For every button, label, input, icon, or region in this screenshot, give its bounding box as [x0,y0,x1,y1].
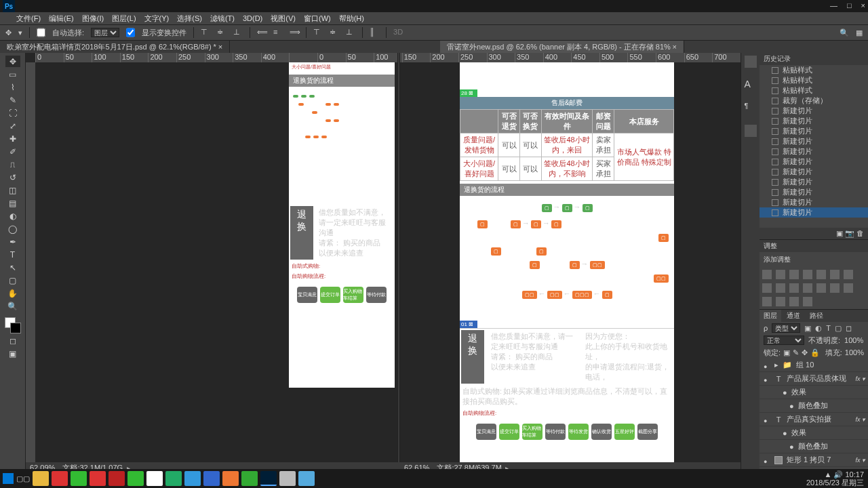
layer-fx-item[interactable]: ●颜色叠加 [760,440,868,453]
menu-image[interactable]: 图像(I) [82,14,104,24]
menu-filter[interactable]: 滤镜(T) [210,14,235,24]
adj-photo-icon[interactable] [762,283,772,293]
taskbar-app[interactable] [33,471,49,486]
view-splitter[interactable] [397,53,400,473]
taskbar-photoshop[interactable] [260,471,277,486]
taskbar-app[interactable] [127,471,144,486]
menu-file[interactable]: 文件(F) [16,14,41,24]
tab-close-icon[interactable]: × [218,43,222,51]
panel-icon[interactable] [745,56,757,68]
tab-close-icon[interactable]: × [673,43,677,51]
lasso-tool[interactable]: ⌇ [5,81,20,93]
type-tool[interactable]: T [5,249,20,260]
history-item[interactable]: 粘贴样式 [760,65,868,75]
layer-kind-select[interactable]: 类型 [772,323,800,333]
distribute-left-icon[interactable]: ║ [370,28,379,37]
menu-3d[interactable]: 3D(D) [243,14,262,22]
system-tray[interactable]: ▲ 🔊 10:17 2018/5/23 星期三 [806,470,864,487]
quick-mask[interactable]: ◻ [5,335,20,346]
brush-tool[interactable]: ✐ [5,146,20,157]
hand-tool[interactable]: ✋ [5,287,20,299]
task-view-icon[interactable]: ▢▢ [16,474,30,483]
dodge-tool[interactable]: ◯ [5,223,20,235]
show-transform-checkbox[interactable] [126,28,135,37]
taskbar-app[interactable] [203,471,220,486]
align-right-icon[interactable]: ⟹ [290,28,299,37]
taskbar-app[interactable] [165,471,182,486]
zoom-tool[interactable]: 🔍 [5,300,20,312]
auto-select-checkbox[interactable] [37,28,45,37]
workspace-icon[interactable]: ▦ [856,28,863,37]
3d-mode-icon[interactable]: 3D [393,28,403,37]
adj-poster-icon[interactable] [816,283,826,293]
taskbar-app[interactable] [184,471,201,486]
pen-tool[interactable]: ✒ [5,236,20,247]
minimize-button[interactable]: — [830,1,837,9]
history-item[interactable]: 新建切片 [760,126,868,136]
layer-fx[interactable]: ●效果 [760,426,868,440]
taskbar-app[interactable] [108,471,125,486]
distribute-bottom-icon[interactable]: ⊥ [346,28,355,37]
history-item[interactable]: 新建切片 [760,146,868,157]
search-icon[interactable]: 🔍 [840,28,849,37]
adj-thresh-icon[interactable] [830,283,840,293]
taskbar-app[interactable] [52,471,68,486]
tab-layers[interactable]: 图层 [760,310,781,322]
history-brush-tool[interactable]: ↺ [5,171,20,183]
taskbar-app[interactable] [222,471,239,486]
adj-vibrance-icon[interactable] [816,270,826,279]
history-item[interactable]: 新建切片 [760,136,868,146]
tab-channels[interactable]: 通道 [783,310,804,322]
adj-levels-icon[interactable] [776,270,785,279]
history-item[interactable]: 粘贴样式 [760,85,868,96]
layer-fx[interactable]: ●效果 [760,386,868,399]
adj-icon[interactable] [803,297,812,306]
menu-help[interactable]: 帮助(H) [339,14,364,24]
layer-item[interactable]: 矩形 1 拷贝 7fx ▾ [760,453,868,467]
path-tool[interactable]: ↖ [5,262,20,273]
adj-selective-icon[interactable] [762,297,772,306]
layer-group[interactable]: ▸📁组 10 [760,359,868,372]
char-panel-icon[interactable]: A [745,79,757,91]
start-button[interactable] [3,473,14,484]
history-item[interactable]: 新建切片 [760,106,868,116]
adjustments-header[interactable]: 调整 [760,240,868,252]
history-delete-icon[interactable]: 🗑 [856,229,864,237]
history-item[interactable]: 新建切片 [760,187,868,197]
maximize-button[interactable]: □ [847,1,852,9]
menu-window[interactable]: 窗口(W) [304,14,331,24]
adj-icon[interactable] [776,297,785,306]
align-vcenter-icon[interactable]: ≑ [217,28,226,37]
crop-tool[interactable]: ⛶ [5,107,20,119]
menu-edit[interactable]: 编辑(E) [49,14,74,24]
adj-gradmap-icon[interactable] [844,283,853,293]
history-new-icon[interactable]: 📷 [845,229,854,237]
blend-mode-select[interactable]: 正常 [764,336,804,345]
align-hcenter-icon[interactable]: ≡ [273,28,283,37]
adj-curves-icon[interactable] [789,270,799,279]
align-bottom-icon[interactable]: ⊥ [233,28,243,37]
menu-view[interactable]: 视图(V) [271,14,296,24]
panel-icon[interactable] [745,125,757,137]
adj-icon[interactable] [789,297,799,306]
auto-select-target[interactable]: 图层 [91,28,119,37]
eyedropper-tool[interactable]: ⤢ [5,120,20,131]
distribute-vcenter-icon[interactable]: ≑ [330,28,339,37]
layer-item[interactable]: T产品真实拍摄fx ▾ [760,413,868,426]
menu-type[interactable]: 文字(Y) [144,14,170,24]
history-item[interactable]: 粘贴样式 [760,75,868,85]
history-panel-header[interactable]: 历史记录 [760,53,868,65]
close-button[interactable]: × [861,1,865,9]
blur-tool[interactable]: ◐ [5,210,20,222]
history-snapshot-icon[interactable]: ▣ [836,229,843,237]
taskbar-app[interactable] [71,471,87,486]
gradient-tool[interactable]: ▤ [5,197,20,209]
doc-tab-2[interactable]: 雷诺室外new.psd @ 62.6% (banner 副本 4, RGB/8)… [440,41,684,53]
menu-layer[interactable]: 图层(L) [112,14,136,24]
layer-fx-item[interactable]: ●颜色叠加 [760,399,868,413]
history-item[interactable]: 新建切片 [760,157,868,167]
distribute-top-icon[interactable]: ⊤ [313,28,323,37]
taskbar-app[interactable] [298,471,315,486]
heal-tool[interactable]: ✚ [5,133,20,144]
para-panel-icon[interactable]: ¶ [745,102,757,114]
